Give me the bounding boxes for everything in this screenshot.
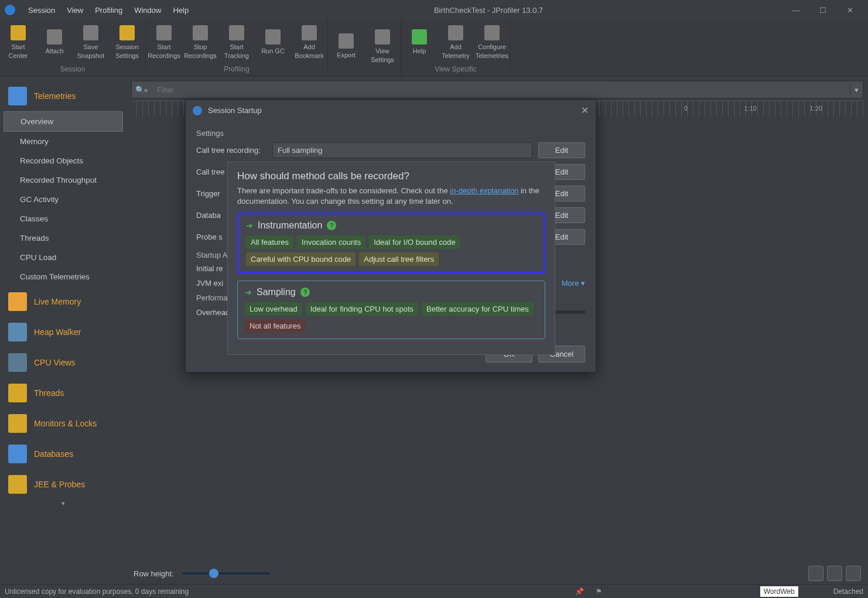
sidebar-section-heap-walker[interactable]: Heap Walker: [0, 317, 127, 347]
tool-icon: [119, 25, 135, 40]
wordweb-badge[interactable]: WordWeb: [760, 586, 798, 597]
dialog-close-button[interactable]: ✕: [581, 105, 589, 116]
row-height-bar: Row height:: [127, 563, 868, 584]
sidebar-section-jee-probes[interactable]: JEE & Probes: [0, 469, 127, 500]
sidebar-section-databases[interactable]: Databases: [0, 439, 127, 469]
help-icon[interactable]: ?: [327, 221, 336, 230]
recording-method-popover: How should method calls be recorded? The…: [227, 162, 555, 355]
status-bar: Unlicensed copy for evaluation purposes,…: [0, 584, 868, 598]
app-icon: [5, 5, 15, 15]
sampling-title: Sampling: [257, 287, 296, 298]
dialog-title-bar: Session Startup ✕: [186, 100, 596, 121]
close-window-button[interactable]: ✕: [836, 6, 863, 15]
section-icon: [8, 475, 27, 494]
sidebar-item-gc-activity[interactable]: GC Activity: [0, 190, 127, 209]
more-link[interactable]: More ▾: [562, 279, 585, 288]
sampling-option[interactable]: ➔ Sampling ? Low overheadIdeal for findi…: [237, 281, 545, 339]
sidebar-item-threads[interactable]: Threads: [0, 228, 127, 248]
sidebar: Telemetries OverviewMemoryRecorded Objec…: [0, 76, 127, 584]
toolbar-session-button[interactable]: SessionSettings: [109, 20, 145, 65]
info-icon: [193, 106, 202, 115]
instrumentation-title: Instrumentation: [258, 220, 322, 231]
toolbar-add-button[interactable]: AddTelemetry: [438, 20, 474, 65]
sidebar-section-threads[interactable]: Threads: [0, 378, 127, 408]
tool-icon: [156, 25, 172, 40]
sidebar-item-cpu-load[interactable]: CPU Load: [0, 248, 127, 267]
toolbar-view-button[interactable]: ViewSettings: [364, 20, 401, 73]
instrumentation-option[interactable]: ➔ Instrumentation ? All featuresInvocati…: [237, 213, 545, 274]
tool-icon: [193, 25, 208, 40]
tool-icon: [265, 29, 281, 45]
toolbar-start-button[interactable]: StartCenter: [0, 20, 36, 65]
maximize-button[interactable]: ☐: [809, 6, 836, 15]
filter-bar: 🔍▸ ▾: [131, 81, 863, 98]
sidebar-item-memory[interactable]: Memory: [0, 132, 127, 151]
call-tree-recording-label: Call tree recording:: [196, 146, 266, 155]
arrow-icon: ➔: [245, 288, 252, 297]
tool-icon: [484, 25, 500, 40]
tool-icon: [302, 25, 317, 40]
toolbar-start-button[interactable]: StartTracking: [218, 20, 255, 65]
toolbar-stop-button[interactable]: StopRecordings: [182, 20, 218, 65]
sidebar-item-custom-telemetries[interactable]: Custom Telemetries: [0, 267, 127, 286]
toolbar-help-button[interactable]: Help: [401, 20, 438, 65]
sidebar-section-monitors-locks[interactable]: Monitors & Locks: [0, 408, 127, 439]
title-bar: Session View Profiling Window Help Birth…: [0, 0, 868, 20]
tool-icon: [375, 29, 390, 45]
sidebar-item-classes[interactable]: Classes: [0, 209, 127, 228]
tag: Invocation counts: [297, 235, 365, 249]
sidebar-section-label: Telemetries: [34, 91, 76, 101]
row-height-slider[interactable]: [182, 572, 270, 575]
menu-window[interactable]: Window: [128, 6, 167, 15]
menu-view[interactable]: View: [61, 6, 89, 15]
content-area: 🔍▸ ▾ 0 1:10 1:20 Session Startup ✕ Setti…: [127, 76, 868, 584]
edit-button[interactable]: Edit: [538, 142, 585, 158]
toolbar-start-button[interactable]: StartRecordings: [146, 20, 182, 65]
fit-width-icon[interactable]: [846, 566, 861, 581]
arrow-icon: ➔: [246, 221, 253, 230]
sidebar-item-recorded-objects[interactable]: Recorded Objects: [0, 151, 127, 170]
sidebar-item-overview[interactable]: Overview: [4, 111, 123, 132]
pin-icon[interactable]: 📌: [575, 587, 584, 596]
sidebar-section-telemetries[interactable]: Telemetries: [0, 81, 127, 111]
main-area: Telemetries OverviewMemoryRecorded Objec…: [0, 76, 868, 584]
call-tree-recording-value[interactable]: Full sampling: [272, 142, 532, 158]
menu-session[interactable]: Session: [22, 6, 61, 15]
tag: Careful with CPU bound code: [246, 252, 356, 266]
toolbar-add-button[interactable]: AddBookmark: [291, 20, 327, 65]
row-height-label: Row height:: [134, 569, 174, 578]
zoom-lock-icon[interactable]: [827, 566, 842, 581]
search-icon: 🔍▸: [132, 86, 152, 94]
toolbar-export-button[interactable]: Export: [328, 20, 364, 73]
sidebar-item-recorded-throughput[interactable]: Recorded Throughput: [0, 170, 127, 190]
sidebar-section-cpu-views[interactable]: CPU Views: [0, 347, 127, 378]
tag: Ideal for I/O bound code: [369, 235, 460, 249]
tool-icon: [83, 25, 98, 40]
telemetries-icon: [8, 87, 27, 105]
filter-input[interactable]: [152, 86, 850, 94]
minimize-button[interactable]: —: [782, 6, 809, 15]
toolbar-save-button[interactable]: SaveSnapshot: [73, 20, 109, 65]
toolbar-attach-button[interactable]: Attach: [36, 20, 73, 65]
license-status: Unlicensed copy for evaluation purposes,…: [5, 587, 189, 596]
toolbar-configure-button[interactable]: ConfigureTelemetries: [474, 20, 510, 65]
help-icon[interactable]: ?: [300, 288, 310, 297]
menu-help[interactable]: Help: [167, 6, 194, 15]
dialog-title: Session Startup: [208, 106, 262, 115]
tool-icon: [229, 25, 244, 40]
tool-icon: [448, 25, 463, 40]
section-icon: [8, 414, 27, 433]
toolbar-run-gc-button[interactable]: Run GC: [255, 20, 291, 65]
toolbar-group-label: View Specific: [401, 65, 510, 76]
toolbar-group-label: [328, 73, 401, 76]
toolbar: StartCenterAttachSaveSnapshotSessionSett…: [0, 20, 868, 76]
filter-dropdown[interactable]: ▾: [850, 86, 863, 94]
sidebar-section-live-memory[interactable]: Live Memory: [0, 286, 127, 317]
flag-icon[interactable]: ⚑: [596, 587, 602, 596]
tag: Better accuracy for CPU times: [422, 302, 534, 316]
tag: Ideal for finding CPU hot spots: [306, 302, 418, 316]
zoom-in-icon[interactable]: [808, 566, 823, 581]
menu-profiling[interactable]: Profiling: [89, 6, 128, 15]
in-depth-link[interactable]: in-depth explanation: [450, 186, 518, 195]
window-title: BirthCheckTest - JProfiler 13.0.7: [194, 6, 782, 15]
